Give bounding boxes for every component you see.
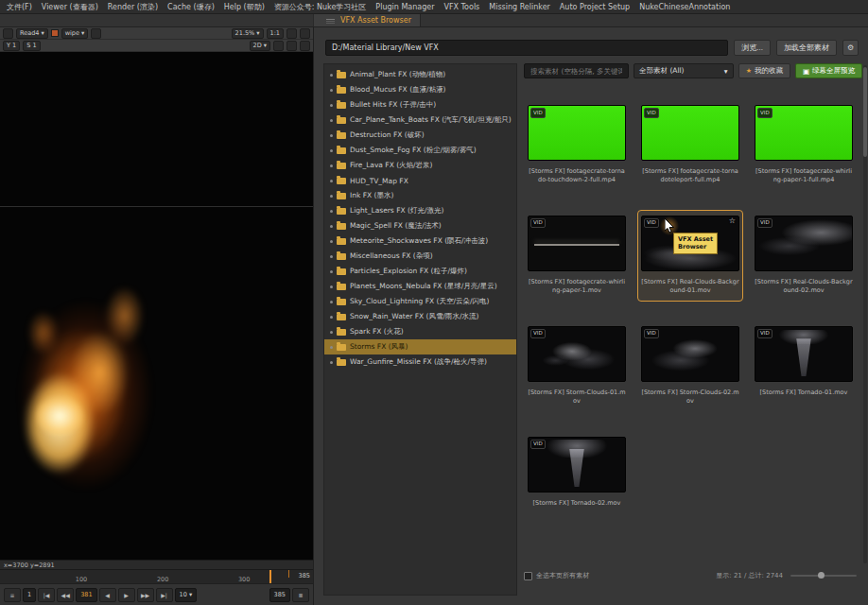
menubar: 文件(F) Viewer (查看器) Render (渲染) Cache (缓存… <box>0 0 868 14</box>
pixel-ratio-button[interactable]: 1:1 <box>267 28 284 39</box>
current-frame-field[interactable]: 381 <box>76 588 96 602</box>
proxy-icon[interactable] <box>286 28 297 39</box>
asset-card[interactable]: VID [Storms FX] Storm-Clouds-01.mov <box>524 320 630 412</box>
asset-thumbnail[interactable]: VID <box>641 326 739 382</box>
favorites-button[interactable]: ★ 我的收藏 <box>738 63 790 78</box>
gain-control[interactable]: Y 1 <box>3 41 20 51</box>
asset-card[interactable]: VID [Storms FX] Real-Clouds-Background-0… <box>751 210 857 302</box>
menu-cache[interactable]: Cache (缓存) <box>167 2 215 12</box>
zoom-select[interactable]: 21.5%▾ <box>232 28 264 39</box>
roi-icon[interactable] <box>300 28 310 39</box>
folder-item-animal-plant[interactable]: Animal_Plant FX (动物/植物) <box>324 67 516 82</box>
menu-wechat[interactable]: 资源公众号: Nuke学习社区 <box>274 2 367 12</box>
load-all-button[interactable]: 加载全部素材 <box>776 40 837 56</box>
menu-plugin-manager[interactable]: Plugin Manager <box>375 3 434 11</box>
wipe-select[interactable]: wipe▾ <box>61 28 89 39</box>
asset-card[interactable]: VID [Storms FX] Tornado-01.mov <box>751 320 857 412</box>
view-mode-select[interactable]: 2D▾ <box>250 41 270 51</box>
timeline-menu-icon[interactable]: ≡ <box>4 588 21 602</box>
asset-thumbnail[interactable]: VID <box>755 326 853 382</box>
slider-knob[interactable] <box>818 572 825 579</box>
browse-button[interactable]: 浏览... <box>734 40 771 56</box>
asset-card[interactable]: VID [Storms FX] footagecrate-tornado-tou… <box>524 99 630 191</box>
folder-item-sky-cloud-lightning[interactable]: Sky_Cloud_Lightning FX (天空/云朵/闪电) <box>324 294 516 309</box>
play-backward-button[interactable]: ◀ <box>99 588 116 602</box>
folder-item-light-lasers[interactable]: Light_Lasers FX (灯光/激光) <box>324 203 516 218</box>
input-b-icon[interactable] <box>91 28 101 39</box>
asset-card[interactable]: VID [Storms FX] footagecrate-tornadotele… <box>637 99 743 191</box>
folder-item-miscellaneous[interactable]: Miscellaneous FX (杂项) <box>324 249 516 264</box>
menu-help[interactable]: Help (帮助) <box>224 2 265 12</box>
folder-item-bullet-hits[interactable]: Bullet Hits FX (子弹/击中) <box>324 97 516 112</box>
lut-icon[interactable] <box>273 41 284 51</box>
goto-end-button[interactable]: ▶| <box>156 588 173 602</box>
folder-icon <box>337 132 346 139</box>
overlay-icon[interactable] <box>300 41 310 51</box>
monitor-out-icon[interactable] <box>286 41 297 51</box>
menu-render[interactable]: Render (渲染) <box>108 2 158 12</box>
folder-item-war-gunfire-missile[interactable]: War_Gunfire_Missile FX (战争/枪火/导弹) <box>324 354 516 370</box>
asset-thumbnail[interactable]: VID <box>528 437 626 493</box>
menu-viewer[interactable]: Viewer (查看器) <box>42 2 98 12</box>
input-a-select[interactable]: Read4▾ <box>16 28 48 39</box>
folder-item-ink[interactable]: Ink FX (墨水) <box>324 188 516 203</box>
folder-item-dust-smoke-fog[interactable]: Dust_Smoke_Fog FX (粉尘/烟雾/雾气) <box>324 143 516 158</box>
fps-field[interactable]: 10 ▾ <box>175 588 198 602</box>
asset-card[interactable]: VID [Storms FX] footagecrate-whirling-pa… <box>524 210 630 302</box>
folder-item-snow-rain-water[interactable]: Snow_Rain_Water FX (风雪/雨水/水流) <box>324 309 516 324</box>
gamma-control[interactable]: S 1 <box>23 41 40 51</box>
asset-thumbnail[interactable]: VID <box>528 105 626 161</box>
library-path-input[interactable] <box>325 40 728 56</box>
asset-card-selected[interactable]: VID ☆ [Storms FX] Real-Clouds-Background… <box>637 210 743 302</box>
asset-card[interactable]: VID [Storms FX] Storm-Clouds-02.mov <box>637 320 743 412</box>
step-back-button[interactable]: ◀◀ <box>57 588 74 602</box>
asset-thumbnail[interactable]: VID <box>528 326 626 382</box>
folder-item-blood-mucus[interactable]: Blood_Mucus FX (血液/粘液) <box>324 82 516 97</box>
favorite-star-icon[interactable]: ☆ <box>729 216 736 225</box>
asset-label: [Storms FX] footagecrate-tornadoteleport… <box>641 167 739 185</box>
menu-vfx-tools[interactable]: VFX Tools <box>443 3 479 11</box>
asset-thumbnail[interactable]: VID <box>528 216 626 271</box>
green-fullscreen-preview-button[interactable]: ▣ 绿幕全屏预览 <box>795 63 862 78</box>
menu-file[interactable]: 文件(F) <box>7 2 32 12</box>
asset-thumbnail[interactable]: VID <box>641 105 739 161</box>
folder-item-particles-explosion[interactable]: Particles_Explosion FX (粒子/爆炸) <box>324 264 516 279</box>
layer-icon[interactable] <box>3 28 13 39</box>
asset-thumbnail[interactable]: VID <box>755 105 853 161</box>
folder-item-hud-tv-map[interactable]: HUD_TV_Map FX <box>324 173 516 188</box>
asset-thumbnail[interactable]: VID <box>755 216 853 271</box>
panel-menu-icon[interactable] <box>326 19 335 26</box>
asset-type-filter[interactable]: 全部素材 (All) ▾ <box>634 63 734 78</box>
menu-chinese-annotation[interactable]: NukeChineseAnnotation <box>639 3 730 11</box>
folder-item-storms[interactable]: Storms FX (风暴) <box>324 339 516 354</box>
viewer-canvas[interactable] <box>0 52 313 561</box>
timeline-ruler[interactable]: 100 200 300 385 <box>0 569 313 584</box>
search-input[interactable] <box>524 63 629 78</box>
folder-item-planets-moons-nebula[interactable]: Planets_Moons_Nebula FX (星球/月亮/星云) <box>324 279 516 294</box>
wipe-color-swatch[interactable] <box>51 29 59 37</box>
folder-item-fire-lava[interactable]: Fire_Lava FX (火焰/岩浆) <box>324 158 516 173</box>
grid-scrollbar[interactable] <box>863 65 867 563</box>
tab-vfx-asset-browser[interactable]: VFX Asset Browser <box>314 14 421 26</box>
range-end-field[interactable]: 385 <box>269 588 290 602</box>
frame-range-lock-icon[interactable]: ≣ <box>292 588 309 602</box>
folder-item-destruction[interactable]: Destruction FX (破坏) <box>324 128 516 143</box>
menu-missing-relinker[interactable]: Missing Relinker <box>489 3 550 11</box>
goto-start-button[interactable]: |◀ <box>38 588 55 602</box>
folder-item-car-plane-tank-boats[interactable]: Car_Plane_Tank_Boats FX (汽车/飞机/坦克/船只) <box>324 112 516 128</box>
select-all-checkbox[interactable] <box>524 572 532 580</box>
folder-item-magic-spell[interactable]: Magic_Spell FX (魔法/法术) <box>324 218 516 233</box>
thumbnail-size-slider[interactable] <box>790 575 857 577</box>
playhead[interactable] <box>269 570 271 584</box>
play-forward-button[interactable]: ▶ <box>118 588 135 602</box>
grid-scrollbar-thumb[interactable] <box>863 67 867 157</box>
folder-item-spark[interactable]: Spark FX (火花) <box>324 324 516 339</box>
menu-auto-project-setup[interactable]: Auto Project Setup <box>560 3 630 11</box>
asset-card[interactable]: VID [Storms FX] footagecrate-whirling-pa… <box>751 99 857 191</box>
settings-gear-icon[interactable]: ⚙ <box>842 40 859 56</box>
range-start-field[interactable]: 1 <box>23 588 36 602</box>
tree-splitter[interactable] <box>517 63 521 596</box>
step-forward-button[interactable]: ▶▶ <box>137 588 154 602</box>
folder-item-meteorite-shockwaves[interactable]: Meteorite_Shockwaves FX (陨石/冲击波) <box>324 233 516 249</box>
asset-card[interactable]: VID [Storms FX] Tornado-02.mov <box>524 431 630 522</box>
